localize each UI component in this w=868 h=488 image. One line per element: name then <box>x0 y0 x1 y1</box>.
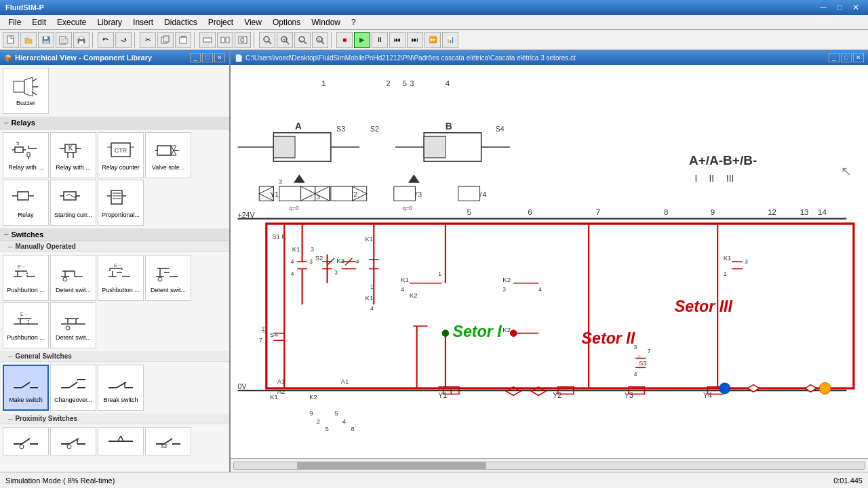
sep3 <box>194 32 197 48</box>
svg-marker-56 <box>171 146 176 150</box>
subsection-general-switches[interactable]: ─ General Switches <box>0 351 229 362</box>
canvas-maximize[interactable]: □ <box>841 53 852 62</box>
component-changeover[interactable]: Changeover... <box>50 365 96 411</box>
zoom-fit-btn[interactable] <box>259 32 275 48</box>
zoom-100-btn[interactable]: 1:1 <box>312 32 328 48</box>
svg-line-27 <box>304 41 307 44</box>
svg-rect-12 <box>163 36 169 42</box>
save-button[interactable] <box>38 32 54 48</box>
close-button[interactable]: ✕ <box>849 2 863 13</box>
canvas-icon: 📄 <box>235 54 243 62</box>
svg-line-36 <box>33 92 37 95</box>
break-switch-label: Break switch <box>103 397 138 404</box>
canvas-area: 📄 C:\Users\ivoed\Desktop\FluidSimMobileP… <box>231 50 868 472</box>
section-switches[interactable]: ─ Switches <box>0 228 229 241</box>
maximize-button[interactable]: □ <box>833 2 846 13</box>
lib-close[interactable]: ✕ <box>214 53 225 62</box>
component-btn1[interactable] <box>199 32 216 48</box>
menu-help[interactable]: ? <box>346 16 361 28</box>
component-detent-2[interactable]: Detent swit... <box>145 255 191 301</box>
component-detent-3[interactable]: Detent swit... <box>50 302 96 348</box>
menu-edit[interactable]: Edit <box>26 16 52 28</box>
svg-text:12: 12 <box>768 207 776 216</box>
component-valve-sole[interactable]: Valve sole... <box>145 132 191 178</box>
menu-project[interactable]: Project <box>203 16 239 28</box>
paste-button[interactable] <box>175 32 191 48</box>
component-pushbtn-3[interactable]: E→ Pushbutton ... <box>3 302 49 348</box>
menu-library[interactable]: Library <box>92 16 127 28</box>
menu-execute[interactable]: Execute <box>52 16 92 28</box>
pause-button[interactable]: ⏸ <box>372 32 388 48</box>
cut-button[interactable]: ✂ <box>140 32 156 48</box>
menu-view[interactable]: View <box>239 16 267 28</box>
proximity-item-3[interactable] <box>98 427 144 455</box>
component-btn3[interactable] <box>235 32 251 48</box>
redo-button[interactable] <box>115 32 132 48</box>
canvas-scrollbar-horizontal[interactable] <box>231 458 868 472</box>
play-button[interactable]: ▶ <box>354 32 370 48</box>
new-button[interactable] <box>3 32 19 48</box>
minimize-button[interactable]: ─ <box>816 2 830 13</box>
svg-rect-7 <box>79 37 83 39</box>
svg-text:3: 3 <box>334 269 338 276</box>
subsection-proximity[interactable]: ─ Proximity Switches <box>0 413 229 424</box>
svg-text:5: 5 <box>334 409 338 417</box>
stop-button[interactable]: ■ <box>336 32 353 48</box>
proximity-item-2[interactable] <box>50 427 96 455</box>
section-relays[interactable]: ─ Relays <box>0 117 229 129</box>
print-button[interactable] <box>73 32 90 48</box>
svg-text:K1: K1 <box>270 393 278 401</box>
make-switch-label: Make switch <box>9 397 43 404</box>
component-pushbtn-2[interactable]: E→ Pushbutton ... <box>98 255 144 301</box>
component-pushbtn-1[interactable]: E→ Pushbutton ... <box>3 255 49 301</box>
options-button[interactable]: 📊 <box>442 32 458 48</box>
component-relay-2[interactable]: K Relay with ... <box>50 132 96 178</box>
ff-button[interactable]: ⏩ <box>425 32 441 48</box>
relay-simple-label: Relay <box>18 212 33 219</box>
circuit-canvas[interactable]: 1 2 3 4 5 5 6 7 8 9 14 12 13 +24V 0V <box>231 65 868 458</box>
component-relay-1[interactable]: 5 Relay with ... <box>3 132 49 178</box>
svg-text:4: 4 <box>634 371 637 378</box>
svg-text:3: 3 <box>634 344 637 350</box>
copy-button[interactable] <box>157 32 174 48</box>
svg-point-21 <box>264 37 269 42</box>
svg-rect-164 <box>273 136 295 158</box>
svg-text:3: 3 <box>311 246 314 253</box>
svg-rect-176 <box>279 186 301 201</box>
svg-rect-8 <box>79 41 83 44</box>
proximity-toggle: ─ <box>8 415 12 422</box>
menu-file[interactable]: File <box>3 16 26 28</box>
subsection-manually-operated[interactable]: ─ Manually Operated <box>0 241 229 252</box>
component-relay-counter[interactable]: CTR Relay counter <box>98 132 144 178</box>
component-btn2[interactable] <box>217 32 233 48</box>
step-fwd-button[interactable]: ⏭ <box>407 32 423 48</box>
component-break-switch[interactable]: Break switch <box>98 365 144 411</box>
svg-rect-32 <box>14 81 24 92</box>
lib-minimize[interactable]: _ <box>190 53 201 62</box>
component-starting-curr[interactable]: Starting curr... <box>50 180 96 226</box>
svg-text:S3: S3 <box>336 125 345 133</box>
menu-insert[interactable]: Insert <box>127 16 159 28</box>
component-buzzer[interactable]: Buzzer <box>3 68 49 114</box>
component-relay-simple[interactable]: Relay <box>3 180 49 226</box>
svg-text:4: 4 <box>291 270 294 277</box>
print-preview-button[interactable] <box>56 32 72 48</box>
canvas-minimize[interactable]: _ <box>829 53 840 62</box>
proximity-icon-3 <box>106 432 136 451</box>
proportional-icon <box>106 186 136 211</box>
lib-maximize[interactable]: □ <box>202 53 213 62</box>
zoom-in-btn[interactable]: + <box>277 32 293 48</box>
open-button[interactable] <box>20 32 37 48</box>
component-proportional[interactable]: Proportional... <box>98 180 144 226</box>
proximity-item-1[interactable] <box>3 427 49 455</box>
menu-didactics[interactable]: Didactics <box>159 16 203 28</box>
menu-window[interactable]: Window <box>306 16 346 28</box>
menu-options[interactable]: Options <box>267 16 306 28</box>
component-detent-1[interactable]: Detent swit... <box>50 255 96 301</box>
undo-button[interactable] <box>98 32 114 48</box>
component-make-switch[interactable]: Make switch <box>3 365 49 411</box>
proximity-item-4[interactable] <box>145 427 191 455</box>
step-back-button[interactable]: ⏮ <box>389 32 406 48</box>
zoom-out-btn[interactable]: - <box>294 32 311 48</box>
canvas-close[interactable]: ✕ <box>853 53 864 62</box>
